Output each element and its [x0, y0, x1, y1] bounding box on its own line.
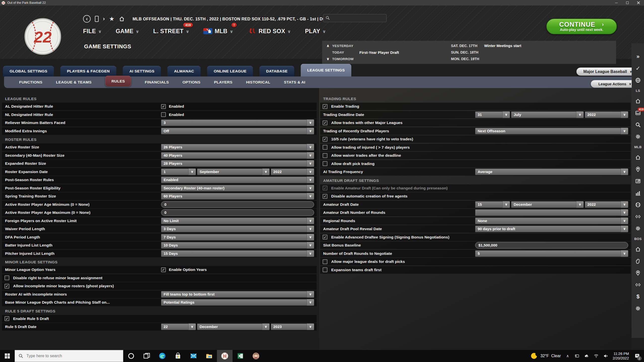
day-dropdown[interactable]: 22∨ [161, 324, 196, 330]
tab-league-settings[interactable]: LEAGUE SETTINGS [301, 64, 351, 76]
taskbar-search-box[interactable] [15, 350, 123, 362]
dropdown[interactable]: None∨ [475, 218, 628, 224]
chevrons-right-icon[interactable]: » [635, 53, 641, 60]
taskbar-app-mail[interactable] [186, 350, 201, 362]
text-input[interactable]: 0 [161, 209, 314, 216]
text-input[interactable]: 0 [161, 201, 314, 208]
weather-widget[interactable]: 32°F Clear [531, 352, 561, 359]
tab-players-facegen[interactable]: PLAYERS & FACEGEN [60, 66, 116, 76]
dropdown[interactable]: 10 Days∨ [161, 242, 314, 249]
subtab-players[interactable]: PLAYERS [214, 80, 232, 85]
taskbar-app-cortana[interactable] [123, 350, 139, 362]
month-dropdown[interactable]: September∨ [197, 169, 270, 175]
year-dropdown[interactable]: 2022∨ [585, 201, 628, 208]
top-search-box[interactable] [323, 14, 387, 22]
dropdown[interactable]: Next Offseason∨ [475, 128, 628, 134]
subtab-options[interactable]: OPTIONS [182, 80, 200, 85]
dropdown[interactable]: 40 Players∨ [161, 152, 314, 159]
hidden-icons-chevron[interactable]: ∧ [565, 353, 570, 359]
checkbox[interactable]: ✓ [5, 284, 9, 289]
check-icon[interactable]: ✓ [635, 65, 641, 72]
inbox-icon[interactable]: 419 [635, 110, 641, 116]
gear-icon[interactable] [635, 133, 641, 140]
taskbar-app-edge[interactable] [155, 350, 170, 362]
year-dropdown[interactable]: 2022∨ [271, 169, 314, 175]
home-icon[interactable] [635, 98, 641, 104]
dropdown[interactable]: Fill teams top to bottom first∨ [161, 291, 314, 298]
home-icon[interactable] [635, 154, 641, 161]
taskbar-clock[interactable]: 11:26 PM 2/20/2022 [613, 351, 629, 360]
checkbox[interactable]: ✓ [323, 235, 327, 239]
checkbox[interactable]: ✓ [161, 104, 166, 109]
tab-almanac[interactable]: ALMANAC [167, 66, 201, 76]
menu-l-street[interactable]: L. STREET∨419 [153, 28, 189, 35]
maximize-button[interactable] [622, 0, 633, 6]
checkbox[interactable] [323, 267, 327, 272]
checkbox[interactable]: ✓ [323, 137, 327, 142]
home-icon[interactable] [119, 16, 125, 22]
checkbox[interactable]: ✓ [323, 186, 327, 190]
dropdown[interactable]: 15 Days∨ [161, 250, 314, 257]
gear-icon[interactable] [635, 225, 641, 232]
gear-icon[interactable] [635, 305, 641, 312]
home-icon[interactable] [635, 246, 641, 253]
checkbox[interactable]: ✓ [323, 194, 327, 199]
dollar-icon[interactable]: $ [635, 293, 641, 300]
onedrive-icon[interactable] [584, 353, 589, 359]
taskbar-app-ootp[interactable]: 22 [217, 350, 233, 362]
subtab-historical[interactable]: HISTORICAL [246, 80, 270, 85]
glove-icon[interactable] [635, 258, 641, 264]
checkbox[interactable] [323, 259, 327, 264]
trade-icon[interactable] [635, 281, 641, 288]
top-search-input[interactable] [330, 16, 384, 20]
notification-center-button[interactable]: 2 [633, 350, 641, 362]
schedule-note[interactable]: Winter Meetings start [484, 44, 521, 48]
menu-file[interactable]: FILE∨ [83, 28, 102, 35]
subtab-stats-ai[interactable]: STATS & AI [284, 80, 305, 85]
tab-database[interactable]: DATABASE [259, 66, 294, 76]
close-button[interactable] [633, 0, 644, 6]
dropdown[interactable]: Off∨ [161, 128, 314, 134]
menu-game[interactable]: GAME∨ [116, 28, 139, 35]
year-dropdown[interactable]: 2022∨ [585, 111, 628, 118]
search-icon[interactable] [635, 122, 641, 128]
wifi-icon[interactable] [593, 353, 599, 359]
day-dropdown[interactable]: 31∨ [475, 111, 510, 118]
day-dropdown[interactable]: 15∨ [475, 201, 510, 208]
dropdown[interactable]: 7 Days∨ [161, 234, 314, 240]
month-dropdown[interactable]: December∨ [197, 324, 270, 330]
menu-mlb[interactable]: MLB∨! [203, 28, 233, 35]
checkbox[interactable]: ✓ [161, 267, 166, 272]
bookmark-star-icon[interactable]: ★ [109, 15, 115, 22]
subtab-rules[interactable]: RULES [105, 76, 131, 87]
month-dropdown[interactable]: December∨ [511, 201, 584, 208]
forward-icon[interactable]: › [103, 16, 105, 22]
taskbar-app-taskview[interactable] [139, 350, 155, 362]
month-dropdown[interactable]: July∨ [511, 111, 584, 118]
dropdown[interactable]: ∨ [475, 209, 628, 216]
checkbox[interactable]: ✓ [323, 120, 327, 125]
league-selector-dropdown[interactable]: Major League Baseball ∨ [576, 67, 639, 76]
taskbar-app-person[interactable] [248, 350, 264, 362]
pin-icon[interactable] [635, 166, 641, 173]
dropdown[interactable]: 60 Players∨ [161, 193, 314, 199]
tab-ai-settings[interactable]: AI SETTINGS [123, 66, 161, 76]
tab-online-league[interactable]: ONLINE LEAGUE [207, 66, 253, 76]
menu-red-sox[interactable]: RED SOX∨ [247, 28, 291, 35]
chart-icon[interactable] [635, 190, 641, 196]
back-icon[interactable]: ‹ [83, 15, 91, 23]
dropdown[interactable]: Average∨ [475, 169, 628, 175]
checkbox[interactable]: ✓ [323, 104, 327, 109]
dropdown[interactable]: 90 days prior to draft∨ [475, 226, 628, 232]
dropdown[interactable]: 3∨ [161, 119, 314, 126]
subtab-financials[interactable]: FINANCIALS [145, 80, 169, 85]
dropdown[interactable]: 26 Players∨ [161, 144, 314, 150]
taskbar-app-store[interactable] [170, 350, 186, 362]
cast-icon[interactable] [574, 353, 580, 359]
dropdown[interactable]: Enabled∨ [161, 177, 314, 183]
news-icon[interactable] [635, 178, 641, 184]
baseball-icon[interactable] [635, 202, 641, 208]
checkbox[interactable] [161, 112, 166, 117]
checkbox[interactable]: ✓ [5, 316, 9, 321]
text-input[interactable]: $1,500,000 [475, 242, 628, 249]
